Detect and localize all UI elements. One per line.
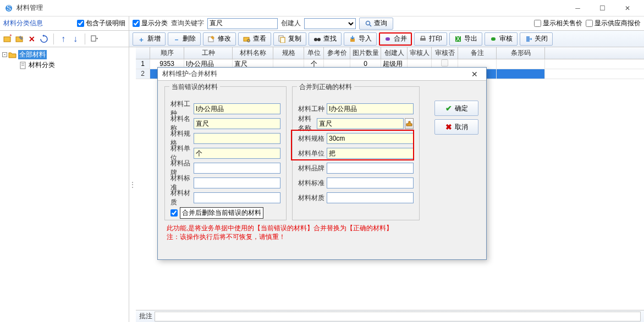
dialog-close-button[interactable]: ✕: [466, 70, 483, 79]
refresh-icon[interactable]: [40, 35, 48, 43]
right-unit-input[interactable]: [327, 148, 414, 159]
wrong-trade-input: [194, 103, 280, 114]
ok-button[interactable]: ✔确定: [434, 101, 478, 116]
folder-open-icon: [8, 51, 17, 59]
titlebar: S 材料管理 ─ ☐ ✕: [0, 0, 644, 16]
import-button[interactable]: 导入: [344, 32, 377, 46]
view-button[interactable]: 查看: [238, 32, 271, 46]
show-related-price-checkbox[interactable]: 显示相关售价: [534, 19, 582, 28]
copy-icon: [278, 35, 286, 43]
document-icon: [19, 62, 27, 69]
edit-button[interactable]: 修改: [203, 32, 236, 46]
audit-checkbox: [441, 59, 448, 66]
creator-select[interactable]: [304, 18, 356, 29]
audit-icon: [489, 35, 497, 43]
splitter[interactable]: ⋮: [129, 47, 136, 322]
wrong-brand-input: [194, 163, 280, 174]
col-remark[interactable]: 备注: [458, 47, 497, 59]
delete-after-checkbox[interactable]: 合并后删除当前错误的材料: [170, 207, 280, 219]
col-auditor[interactable]: 审核人: [408, 47, 432, 59]
merge-icon: [384, 35, 392, 43]
maximize-button[interactable]: ☐: [590, 1, 615, 16]
close-button[interactable]: ✕: [615, 1, 640, 16]
search-button[interactable]: 查询: [359, 18, 393, 30]
print-button[interactable]: 打印: [414, 32, 447, 46]
grid-header: 顺序 工种 材料名称 规格 单位 参考价 图片数量 创建人 审核人 审核否 备注…: [136, 47, 644, 59]
show-supplier-quote-checkbox[interactable]: 显示供应商报价: [586, 19, 641, 28]
svg-rect-12: [280, 37, 285, 43]
include-children-checkbox[interactable]: 包含子级明细: [77, 19, 125, 28]
plus-icon: ＋: [137, 35, 145, 43]
svg-rect-7: [91, 36, 96, 41]
right-spec-input[interactable]: [327, 133, 414, 144]
svg-point-2: [366, 21, 370, 25]
right-trade-input[interactable]: [327, 103, 414, 114]
close-toolbar-button[interactable]: 关闭: [520, 32, 553, 46]
right-std-input[interactable]: [327, 177, 414, 188]
delete-button[interactable]: －删除: [168, 32, 201, 46]
collapse-icon[interactable]: -: [2, 52, 7, 57]
copy-button[interactable]: 复制: [273, 32, 306, 46]
minus-icon: －: [173, 35, 180, 43]
svg-text:X: X: [456, 35, 460, 43]
pick-material-button[interactable]: [405, 118, 414, 129]
col-order[interactable]: 顺序: [150, 47, 184, 59]
tree-root[interactable]: - 全部材料: [2, 49, 126, 60]
find-button[interactable]: 查找: [309, 32, 342, 46]
creator-label: 创建人: [281, 19, 301, 28]
group-wrong-title: 当前错误的材料: [169, 82, 220, 92]
dropdown-icon[interactable]: [90, 35, 99, 43]
check-icon: ✔: [445, 104, 452, 113]
x-icon: ✖: [445, 123, 452, 131]
dialog-title: 材料维护-合并材料: [162, 69, 466, 79]
up-arrow-icon[interactable]: ↑: [59, 35, 68, 43]
add-button[interactable]: ＋新增: [133, 32, 166, 46]
down-arrow-icon[interactable]: ↓: [71, 35, 80, 43]
merge-button[interactable]: 合并: [379, 32, 412, 46]
col-audit[interactable]: 审核否: [432, 47, 458, 59]
col-spec[interactable]: 规格: [273, 47, 304, 59]
right-name-input[interactable]: [317, 118, 404, 129]
edit-folder-icon[interactable]: [15, 35, 24, 43]
category-tree: - 全部材料 材料分类: [0, 47, 129, 322]
category-info-label: 材料分类信息: [3, 19, 77, 28]
svg-point-13: [314, 38, 317, 41]
delete-icon[interactable]: ✕: [27, 35, 36, 43]
svg-rect-21: [491, 37, 496, 41]
col-name[interactable]: 材料名称: [233, 47, 273, 59]
col-trade[interactable]: 工种: [184, 47, 233, 59]
export-button[interactable]: X导出: [449, 32, 482, 46]
tree-child[interactable]: 材料分类: [2, 60, 126, 70]
col-unit[interactable]: 单位: [304, 47, 324, 59]
show-category-checkbox[interactable]: 显示分类: [133, 19, 168, 28]
col-price[interactable]: 参考价: [324, 47, 350, 59]
minimize-button[interactable]: ─: [565, 1, 590, 16]
svg-text:*: *: [9, 35, 12, 40]
view-icon: [243, 35, 251, 43]
search-icon: [365, 20, 372, 27]
binoculars-icon: [313, 35, 321, 43]
col-barcode[interactable]: 条形码: [497, 47, 545, 59]
wrong-name-input: [194, 118, 280, 129]
col-creator[interactable]: 创建人: [381, 47, 408, 59]
window-title: 材料管理: [16, 3, 565, 13]
col-imgs[interactable]: 图片数量: [350, 47, 381, 59]
wrong-mat-input: [194, 192, 280, 203]
bottom-note-bar: 批注: [136, 310, 644, 322]
app-icon: S: [4, 4, 13, 13]
hand-icon: [405, 120, 413, 127]
export-icon: X: [454, 35, 462, 43]
edit-icon: [208, 35, 216, 43]
svg-text:S: S: [7, 4, 11, 12]
right-material-group: 合并到正确的材料 材料工种 材料名称 材料规格 材料单位 材料品牌 材料标准 材…: [292, 86, 420, 220]
cancel-button[interactable]: ✖取消: [434, 119, 478, 135]
group-right-title: 合并到正确的材料: [297, 82, 354, 92]
wrong-material-group: 当前错误的材料 材料工种 材料名称 材料规格 材料单位 材料品牌 材料标准 材料…: [164, 86, 287, 220]
right-mat-input[interactable]: [327, 192, 414, 203]
note-input[interactable]: [155, 312, 641, 321]
audit-button[interactable]: 审核: [485, 32, 518, 46]
right-brand-input[interactable]: [327, 163, 414, 174]
keyword-input[interactable]: [207, 18, 278, 29]
new-folder-icon[interactable]: *: [3, 35, 12, 43]
svg-point-14: [317, 38, 321, 41]
